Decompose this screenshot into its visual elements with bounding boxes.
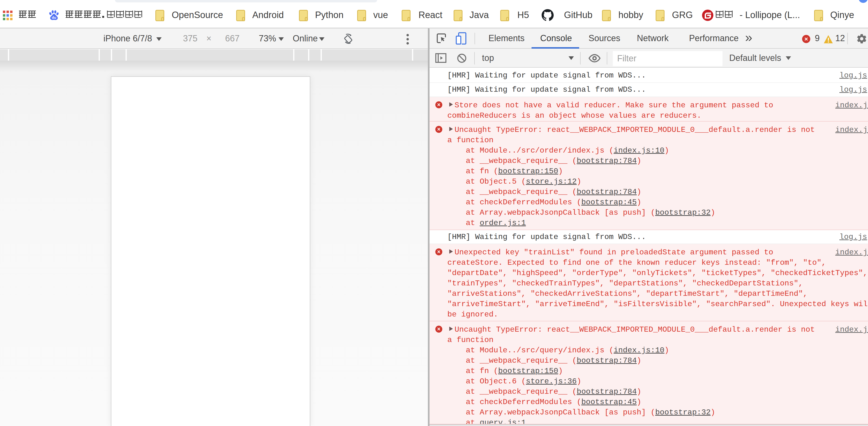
svg-text:du: du (52, 16, 56, 20)
